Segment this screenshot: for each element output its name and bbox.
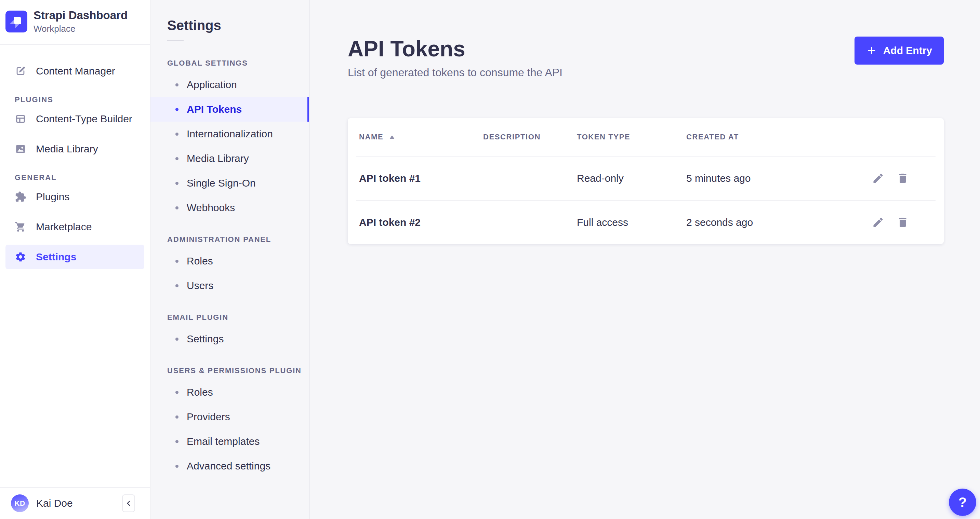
subnav-section-email-plugin: EMAIL PLUGIN (167, 313, 302, 322)
subnav-item-label: Users (187, 280, 213, 292)
bullet-icon (175, 465, 178, 468)
column-header-label: NAME (359, 133, 383, 141)
sidebar-item-settings[interactable]: Settings (5, 244, 144, 269)
table-row[interactable]: API token #1 Read-only 5 minutes ago (356, 156, 935, 200)
sidebar-item-label: Content Manager (36, 65, 115, 77)
sidebar-footer: KD Kai Doe (0, 487, 150, 519)
delete-trash-icon[interactable] (897, 172, 909, 184)
content-type-builder-icon (15, 113, 26, 125)
token-created-at: 5 minutes ago (686, 173, 864, 184)
app-window: Strapi Dashboard Workplace Content Manag… (0, 0, 980, 519)
add-entry-label: Add Entry (883, 45, 932, 56)
subnav-item-webhooks[interactable]: Webhooks (150, 195, 309, 220)
brand-text: Strapi Dashboard Workplace (33, 9, 127, 34)
sidebar-item-label: Settings (36, 251, 76, 263)
chevron-left-icon (124, 499, 133, 508)
bullet-icon (175, 440, 178, 443)
token-created-at: 2 seconds ago (686, 217, 864, 228)
subnav-item-label: Roles (187, 386, 213, 398)
nav-section-general: GENERAL (15, 173, 144, 183)
settings-subnav: Settings GLOBAL SETTINGS Application API… (150, 0, 309, 519)
subnav-item-label: Application (187, 79, 237, 90)
sidebar-item-content-manager[interactable]: Content Manager (5, 59, 144, 83)
collapse-sidebar-button[interactable] (122, 494, 135, 512)
subnav-divider (167, 40, 184, 41)
token-name: API token #1 (356, 173, 483, 184)
gear-icon (15, 251, 26, 263)
subnav-item-api-tokens[interactable]: API Tokens (150, 97, 309, 122)
sidebar-item-label: Content-Type Builder (36, 113, 132, 125)
row-actions (864, 216, 935, 229)
shopping-cart-icon (15, 221, 26, 233)
column-header-name[interactable]: NAME (356, 133, 483, 141)
edit-pencil-icon[interactable] (872, 216, 884, 229)
bullet-icon (175, 133, 178, 136)
bullet-icon (175, 284, 178, 287)
subnav-item-advanced-settings[interactable]: Advanced settings (150, 454, 309, 478)
column-header-description[interactable]: DESCRIPTION (483, 133, 577, 141)
subnav-item-email-settings[interactable]: Settings (150, 327, 309, 351)
subnav-item-roles[interactable]: Roles (150, 249, 309, 273)
column-header-created-at[interactable]: CREATED AT (686, 133, 864, 141)
strapi-logo-icon (5, 11, 27, 32)
sidebar-item-media-library[interactable]: Media Library (5, 136, 144, 161)
token-type: Read-only (577, 173, 686, 184)
sidebar-item-content-type-builder[interactable]: Content-Type Builder (5, 106, 144, 131)
main-sidebar: Strapi Dashboard Workplace Content Manag… (0, 0, 150, 519)
subnav-section-global-settings: GLOBAL SETTINGS (167, 59, 302, 68)
bullet-icon (175, 416, 178, 419)
sidebar-item-marketplace[interactable]: Marketplace (5, 214, 144, 239)
header-text: API Tokens List of generated tokens to c… (348, 36, 563, 79)
token-type: Full access (577, 217, 686, 228)
workspace-name: Workplace (33, 24, 127, 34)
bullet-icon (175, 338, 178, 341)
subnav-item-application[interactable]: Application (150, 73, 309, 97)
edit-pencil-icon[interactable] (872, 172, 884, 184)
main-menu: Content Manager PLUGINS Content-Type Bui… (0, 45, 150, 487)
subnav-item-internationalization[interactable]: Internationalization (150, 122, 309, 146)
avatar[interactable]: KD (11, 494, 29, 512)
subnav-item-label: Settings (187, 333, 224, 345)
brand-block: Strapi Dashboard Workplace (0, 0, 150, 45)
delete-trash-icon[interactable] (897, 216, 909, 229)
bullet-icon (175, 260, 178, 263)
table-row[interactable]: API token #2 Full access 2 seconds ago (356, 200, 935, 244)
bullet-icon (175, 108, 178, 111)
nav-section-plugins: PLUGINS (15, 95, 144, 105)
user-name: Kai Doe (36, 497, 115, 509)
app-title: Strapi Dashboard (33, 9, 127, 22)
plus-icon (866, 45, 877, 56)
bullet-icon (175, 83, 178, 86)
subnav-item-label: Single Sign-On (187, 177, 256, 189)
tokens-table-card: NAME DESCRIPTION TOKEN TYPE CREATED AT A… (348, 118, 944, 244)
sidebar-item-plugins[interactable]: Plugins (5, 184, 144, 209)
column-header-token-type[interactable]: TOKEN TYPE (577, 133, 686, 141)
subnav-item-email-templates[interactable]: Email templates (150, 429, 309, 454)
subnav-item-up-roles[interactable]: Roles (150, 380, 309, 405)
sidebar-item-label: Marketplace (36, 221, 92, 233)
sidebar-item-label: Plugins (36, 191, 69, 203)
page-subtitle: List of generated tokens to consume the … (348, 66, 563, 79)
token-name: API token #2 (356, 217, 483, 228)
subnav-item-label: Roles (187, 255, 213, 267)
add-entry-button[interactable]: Add Entry (854, 37, 944, 65)
subnav-item-single-sign-on[interactable]: Single Sign-On (150, 171, 309, 195)
page-title: API Tokens (348, 36, 563, 62)
content-manager-icon (15, 65, 26, 77)
bullet-icon (175, 157, 178, 160)
subnav-item-label: Providers (187, 411, 230, 423)
main-content: API Tokens List of generated tokens to c… (309, 0, 980, 519)
subnav-item-users[interactable]: Users (150, 273, 309, 298)
sort-ascending-icon[interactable] (390, 135, 395, 139)
subnav-item-providers[interactable]: Providers (150, 405, 309, 429)
sidebar-item-label: Media Library (36, 143, 98, 155)
media-library-icon (15, 143, 26, 155)
puzzle-icon (15, 191, 26, 203)
subnav-item-label: Internationalization (187, 128, 273, 140)
subnav-item-label: Email templates (187, 436, 259, 447)
subnav-item-label: Media Library (187, 153, 249, 164)
help-button[interactable]: ? (949, 489, 976, 516)
subnav-item-label: Advanced settings (187, 460, 270, 472)
content-header: API Tokens List of generated tokens to c… (348, 0, 944, 79)
subnav-item-media-library[interactable]: Media Library (150, 146, 309, 171)
